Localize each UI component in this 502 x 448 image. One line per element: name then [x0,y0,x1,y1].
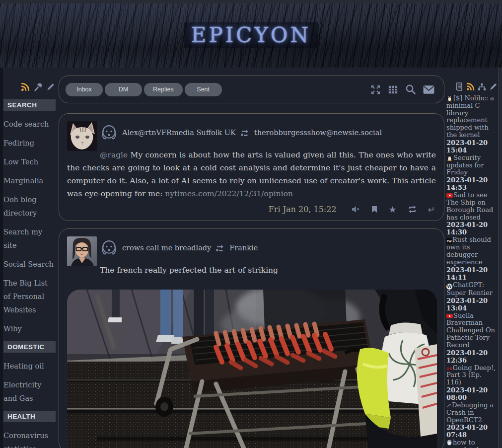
sidebar-link-low-tech[interactable]: Low Tech [3,155,58,169]
news-item: Security updates for Friday 2023-01-20 1… [446,154,498,191]
rss-icon[interactable] [21,82,30,91]
sidebar-link-big-list-personal-websites[interactable]: The Big List of Personal Websites [3,277,58,317]
instance-banner[interactable]: EPICYON [0,3,502,68]
post-attached-image[interactable] [67,290,437,448]
post-recipient-handle[interactable]: therobburgessshow@newsie.social [254,129,382,137]
penguin-icon [446,95,453,101]
news-datetime: 2023-01-20 14:11 [446,266,498,281]
timeline-post: crows call me breadlady Frankie The fren… [59,228,444,448]
news-datetime: 2023-01-20 14:53 [446,176,498,191]
post-content: @ragle My concern is about how the arts … [67,149,436,200]
sidebar-link-coronavirus-statistics[interactable]: Coronavirus statistics [3,429,58,448]
scrollbar-track[interactable] [498,68,502,448]
post-timestamp: Fri Jan 20, 15:22 [269,205,337,214]
news-link[interactable]: Sad to see The Ship on Borough Road has … [446,191,493,221]
bird-icon [446,439,452,446]
edit-icon[interactable] [489,83,497,91]
sidebar-link-social-search[interactable]: Social Search [3,258,58,271]
timeline-tabs: Inbox DM Replies Sent [66,83,222,96]
post-external-link[interactable]: nytimes.com/2022/12/31/opinion [165,189,293,198]
news-link[interactable]: how to completely own an airline in 3 [446,439,498,448]
tab-dm[interactable]: DM [105,83,142,96]
news-datetime: 2023-01-20 15:04 [446,139,498,154]
news-datetime: 2023-01-20 07:48 [446,424,498,439]
rss-icon[interactable] [466,82,475,91]
avatar[interactable] [67,236,97,266]
star-icon[interactable]: ★ [389,204,397,215]
share-icon[interactable] [478,83,486,91]
youtube-icon [446,193,453,198]
top-frame-strip [0,0,502,3]
sidebar-link-heating-oil[interactable]: Heating oil [3,360,58,373]
instance-title: EPICYON [184,22,318,48]
gs-icon: GS [446,367,452,371]
mute-icon[interactable] [352,206,360,213]
epicyon-page: EPICYON SEARCH Code search Fediring Low … [0,0,502,448]
expand-icon[interactable] [370,84,381,95]
news-item: WChatGPT: Super Rentier 2023-01-20 13:04 [446,282,498,312]
news-item: YwRust should own its debugger experienc… [446,236,498,281]
news-link[interactable]: Suella Braverman Challenged On Pathetic … [446,312,495,349]
reply-icon[interactable]: ↵ [428,205,435,215]
news-link[interactable]: Going Deep!, Part 3 (Ep. 116) [446,364,496,386]
sidebar-link-fediring[interactable]: Fediring [3,137,58,150]
sidebar-link-electricity-and-gas[interactable]: Electricity and Gas [3,378,58,405]
sidebar-section-search: SEARCH [3,99,56,111]
tab-inbox[interactable]: Inbox [66,83,103,96]
news-item: ↗Debugging a Crash in OpenRCT2 2023-01-2… [446,402,498,439]
sidebar-link-marginalia[interactable]: Marginalia [3,174,58,188]
sidebar-section-domestic: DOMESTIC [3,341,56,353]
timeline-header: Inbox DM Replies Sent [59,75,444,103]
right-news-column: [$] Nolibc: a minimal C-library replacem… [446,75,498,448]
news-datetime: 2023-01-20 13:04 [446,297,498,312]
news-datetime: 2023-01-20 12:36 [446,349,498,364]
sidebar-link-code-search[interactable]: Code search [3,118,58,131]
news-link[interactable]: Rust should own its debugger experience [446,236,491,266]
search-icon[interactable] [405,83,417,95]
post-author-handle[interactable]: Alex@rtnVFRmedia Suffolk UK [122,129,236,137]
timeline-post: Alex@rtnVFRmedia Suffolk UK therobburges… [59,113,444,221]
avatar[interactable] [67,121,97,151]
post-recipient-handle[interactable]: Frankie [229,244,258,252]
person-options-dog-icon[interactable] [100,238,118,257]
news-item: GSGoing Deep!, Part 3 (Ep. 116) 2023-01-… [446,365,498,401]
boost-icon [240,128,250,137]
post-text: The french really perfected the art of s… [100,266,278,275]
news-item: Suella Braverman Challenged On Pathetic … [446,312,498,364]
person-options-dog-icon[interactable] [100,123,118,142]
newspaper-icon[interactable] [455,82,463,91]
news-link[interactable]: Debugging a Crash in OpenRCT2 [446,401,494,424]
bookmark-icon[interactable] [371,206,378,213]
news-datetime: 2023-01-20 08:00 [446,386,498,401]
mention-link[interactable]: @ragle [100,150,128,159]
post-content: The french really perfected the art of s… [67,264,436,277]
right-column-icons [446,75,498,95]
hammer-icon[interactable] [33,83,43,91]
sidebar-section-health: HEALTH [3,411,56,422]
sidebar-link-search-my-site[interactable]: Search my site [3,225,58,252]
sidebar-link-ooh-blog-directory[interactable]: Ooh blog directory [3,193,58,220]
news-datetime: 2023-01-20 14:30 [446,221,498,236]
news-item: [$] Nolibc: a minimal C-library replacem… [446,95,498,154]
envelope-icon[interactable] [423,84,435,95]
tab-replies[interactable]: Replies [144,83,183,96]
edit-icon[interactable] [46,83,55,91]
youtube-icon [446,313,453,319]
left-sidebar-icons [3,68,58,95]
post-author-handle[interactable]: crows call me breadlady [122,244,211,252]
penguin-icon [446,154,453,161]
tab-sent[interactable]: Sent [185,83,222,96]
news-link[interactable]: [$] Nolibc: a minimal C-library replacem… [446,94,494,139]
repeat-icon[interactable] [408,205,417,214]
sidebar-link-wiby[interactable]: Wiby [3,322,58,336]
news-item: Sad to see The Ship on Borough Road has … [446,192,498,236]
boost-icon [215,243,225,252]
table-icon[interactable] [387,84,399,95]
news-item: how to completely own an airline in 3 [446,439,498,448]
news-link[interactable]: ChatGPT: Super Rentier [446,281,493,297]
left-sidebar: SEARCH Code search Fediring Low Tech Mar… [3,68,58,448]
external-arrow-icon: ↗ [446,402,451,409]
